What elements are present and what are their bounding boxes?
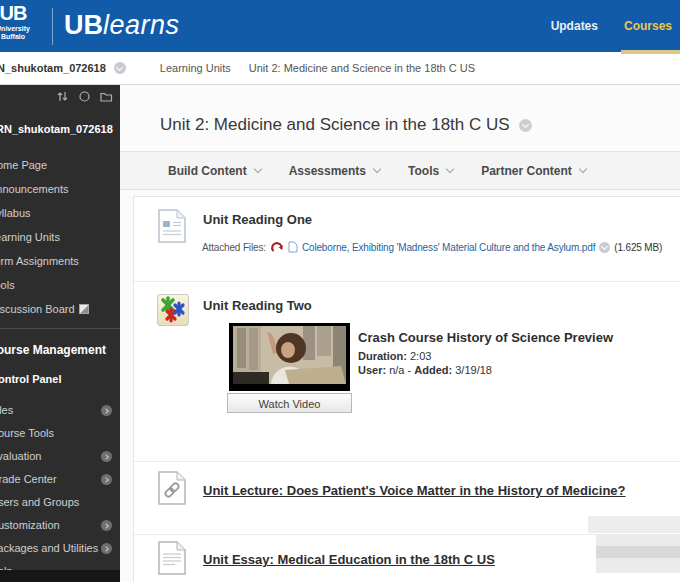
- packages-utilities-label: Packages and Utilities: [0, 542, 98, 554]
- item-link-unit-essay[interactable]: Unit Essay: Medical Education in the 18t…: [203, 552, 495, 567]
- ub-logo: UB University Buffalo: [0, 3, 39, 41]
- content-document-icon: [158, 209, 186, 243]
- users-groups-label: Users and Groups: [0, 496, 79, 508]
- course-tools-label: Course Tools: [0, 427, 54, 439]
- ublearns-wordmark: UBlearns: [64, 9, 180, 41]
- page-title-text: Unit 2: Medicine and Science in the 18th…: [160, 115, 510, 135]
- sidebar-item-users-and-groups[interactable]: Users and Groups: [0, 491, 120, 514]
- breadcrumb: N_shukotam_072618 Learning Units Unit 2:…: [0, 52, 680, 85]
- sidebar-item-customization[interactable]: Customization: [0, 514, 120, 537]
- partner-content-label: Partner Content: [481, 164, 572, 178]
- added-value: 3/19/18: [455, 364, 492, 376]
- sidebar-item-evaluation[interactable]: Evaluation: [0, 445, 120, 468]
- logo-divider: [52, 8, 53, 45]
- discussion-board-label: Discussion Board: [0, 303, 75, 315]
- sidebar-bottom-bar: [0, 570, 120, 582]
- build-content-button[interactable]: Build Content: [168, 164, 261, 178]
- wordmark-bold: UB: [64, 10, 103, 40]
- course-sidebar: RN_shukotam_072618 Home Page Announcemen…: [0, 85, 120, 582]
- expand-arrow-icon[interactable]: [101, 405, 112, 416]
- expand-arrow-icon[interactable]: [101, 474, 112, 485]
- sidebar-item-home-page[interactable]: Home Page: [0, 153, 120, 177]
- top-header: UB University Buffalo UBlearns Updates C…: [0, 0, 680, 52]
- top-nav: Updates Courses: [551, 0, 672, 52]
- sidebar-control-panel[interactable]: Control Panel: [0, 373, 62, 385]
- sidebar-menu: Home Page Announcements Syllabus Learnin…: [0, 153, 120, 321]
- pdf-file-icon: [288, 241, 298, 253]
- sidebar-management-menu: Files Course Tools Evaluation Grade Cent…: [0, 399, 120, 582]
- attached-files-row: Attached Files: Coleborne, Exhibiting 'M…: [202, 241, 662, 253]
- item-title-reading-two[interactable]: Unit Reading Two: [203, 298, 312, 313]
- video-duration-row: Duration: 2:03: [358, 350, 431, 362]
- wordmark-italic: learns: [103, 10, 180, 40]
- sidebar-item-term-assignments[interactable]: Term Assignments: [0, 249, 120, 273]
- folder-icon[interactable]: [100, 90, 113, 103]
- sidebar-item-syllabus[interactable]: Syllabus: [0, 201, 120, 225]
- external-window-icon: [79, 304, 89, 314]
- watch-video-button[interactable]: Watch Video: [227, 393, 352, 413]
- added-label: Added:: [414, 364, 452, 376]
- video-thumbnail[interactable]: [229, 323, 350, 391]
- chevron-down-circle-icon[interactable]: [599, 242, 610, 253]
- app: UB University Buffalo UBlearns Updates C…: [0, 0, 680, 582]
- mashup-icon: [157, 294, 189, 326]
- chevron-down-circle-icon[interactable]: [519, 119, 532, 132]
- reorder-arrows-icon[interactable]: [56, 90, 69, 103]
- breadcrumb-current: Unit 2: Medicine and Science in the 18th…: [249, 62, 475, 74]
- attached-pdf-link[interactable]: Coleborne, Exhibiting 'Madness' Material…: [302, 242, 595, 253]
- file-size: (1.625 MB): [614, 242, 662, 253]
- item-divider: [134, 461, 680, 462]
- sidebar-item-course-tools[interactable]: Course Tools: [0, 422, 120, 445]
- meta-separator: -: [408, 364, 412, 376]
- sidebar-course-management-header: Course Management: [0, 343, 106, 357]
- chevron-down-icon: [579, 165, 587, 173]
- grade-center-label: Grade Center: [0, 473, 57, 485]
- chevron-down-circle-icon[interactable]: [114, 62, 126, 74]
- text-document-icon: [158, 541, 186, 575]
- sidebar-item-discussion-board[interactable]: Discussion Board: [0, 297, 120, 321]
- chevron-down-icon: [253, 165, 261, 173]
- sidebar-item-files[interactable]: Files: [0, 399, 120, 422]
- assessments-label: Assessments: [289, 164, 366, 178]
- page-title: Unit 2: Medicine and Science in the 18th…: [160, 115, 532, 135]
- item-link-unit-lecture[interactable]: Unit Lecture: Does Patient's Voice Matte…: [203, 483, 626, 498]
- breadcrumb-learning-units[interactable]: Learning Units: [160, 62, 231, 74]
- main-content: Unit 2: Medicine and Science in the 18th…: [120, 85, 680, 582]
- sidebar-item-announcements[interactable]: Announcements: [0, 177, 120, 201]
- expand-arrow-icon[interactable]: [101, 543, 112, 554]
- item-title-reading-one[interactable]: Unit Reading One: [203, 212, 312, 227]
- duration-label: Duration:: [358, 350, 407, 362]
- tools-button[interactable]: Tools: [408, 164, 453, 178]
- expand-arrow-icon[interactable]: [101, 520, 112, 531]
- video-title: Crash Course History of Science Preview: [358, 330, 613, 345]
- nav-tab-courses[interactable]: Courses: [624, 19, 672, 33]
- breadcrumb-course-id[interactable]: N_shukotam_072618: [0, 62, 106, 74]
- sidebar-item-learning-units[interactable]: Learning Units: [0, 225, 120, 249]
- expand-arrow-icon[interactable]: [101, 451, 112, 462]
- chevron-down-icon: [446, 165, 454, 173]
- tools-label: Tools: [408, 164, 439, 178]
- refresh-icon[interactable]: [78, 90, 91, 103]
- chevron-down-icon: [373, 165, 381, 173]
- sidebar-item-packages-utilities[interactable]: Packages and Utilities: [0, 537, 120, 560]
- ub-logo-line2: Buffalo: [0, 33, 39, 41]
- user-value: n/a: [389, 364, 404, 376]
- courses-active-underline: [621, 50, 680, 54]
- nav-tab-updates[interactable]: Updates: [551, 19, 598, 33]
- ub-logo-line1: University: [0, 25, 39, 33]
- user-label: User:: [358, 364, 386, 376]
- sidebar-item-grade-center[interactable]: Grade Center: [0, 468, 120, 491]
- duration-value: 2:03: [410, 350, 431, 362]
- build-content-label: Build Content: [168, 164, 247, 178]
- sidebar-divider: [0, 328, 120, 329]
- partner-content-button[interactable]: Partner Content: [481, 164, 586, 178]
- assessments-button[interactable]: Assessments: [289, 164, 380, 178]
- customization-label: Customization: [0, 519, 60, 531]
- sidebar-utility-icons: [56, 90, 113, 103]
- sidebar-course-title[interactable]: RN_shukotam_072618: [0, 123, 113, 135]
- redacted-region: [588, 516, 680, 533]
- action-bar: Build Content Assessments Tools Partner …: [120, 151, 680, 190]
- item-divider: [134, 281, 680, 282]
- sidebar-item-tools[interactable]: Tools: [0, 273, 120, 297]
- evaluation-label: Evaluation: [0, 450, 41, 462]
